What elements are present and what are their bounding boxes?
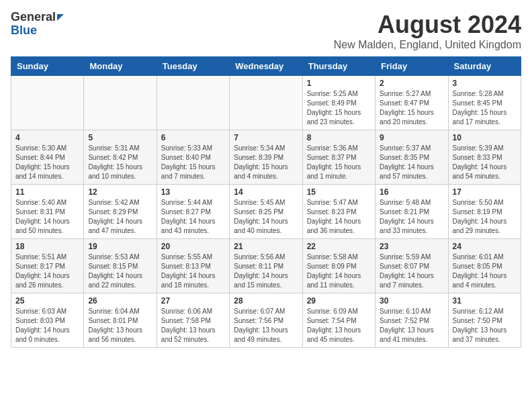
calendar-week-row: 11Sunrise: 5:40 AM Sunset: 8:31 PM Dayli… [11, 185, 521, 239]
page-header: General Blue August 2024 New Malden, Eng… [11, 11, 521, 51]
calendar-cell: 12Sunrise: 5:42 AM Sunset: 8:29 PM Dayli… [84, 185, 157, 239]
day-info: Sunrise: 5:33 AM Sunset: 8:40 PM Dayligh… [161, 144, 225, 181]
calendar-cell: 16Sunrise: 5:48 AM Sunset: 8:21 PM Dayli… [375, 185, 448, 239]
day-number: 29 [307, 296, 371, 306]
day-number: 18 [15, 242, 79, 251]
day-info: Sunrise: 5:28 AM Sunset: 8:45 PM Dayligh… [453, 89, 517, 127]
day-info: Sunrise: 5:31 AM Sunset: 8:42 PM Dayligh… [88, 144, 152, 181]
day-info: Sunrise: 6:01 AM Sunset: 8:05 PM Dayligh… [453, 253, 517, 290]
day-number: 22 [307, 242, 371, 251]
calendar-cell: 6Sunrise: 5:33 AM Sunset: 8:40 PM Daylig… [157, 130, 229, 185]
day-header-monday: Monday [84, 57, 157, 76]
day-number: 3 [453, 79, 517, 88]
calendar-cell: 25Sunrise: 6:03 AM Sunset: 8:03 PM Dayli… [11, 293, 84, 348]
day-number: 20 [161, 242, 225, 251]
day-number: 9 [380, 133, 443, 142]
day-number: 26 [88, 296, 152, 306]
day-number: 11 [15, 187, 79, 197]
day-number: 16 [380, 187, 443, 197]
day-info: Sunrise: 5:59 AM Sunset: 8:07 PM Dayligh… [380, 253, 443, 290]
day-info: Sunrise: 6:06 AM Sunset: 7:58 PM Dayligh… [161, 307, 225, 345]
day-info: Sunrise: 6:03 AM Sunset: 8:03 PM Dayligh… [15, 307, 79, 345]
day-info: Sunrise: 5:34 AM Sunset: 8:39 PM Dayligh… [234, 144, 298, 181]
day-info: Sunrise: 5:53 AM Sunset: 8:15 PM Dayligh… [88, 253, 152, 290]
calendar-cell: 18Sunrise: 5:51 AM Sunset: 8:17 PM Dayli… [11, 239, 84, 293]
calendar-cell: 11Sunrise: 5:40 AM Sunset: 8:31 PM Dayli… [11, 185, 84, 239]
calendar-cell: 22Sunrise: 5:58 AM Sunset: 8:09 PM Dayli… [302, 239, 375, 293]
day-number: 13 [161, 187, 225, 197]
logo: General Blue [11, 11, 64, 38]
day-info: Sunrise: 5:58 AM Sunset: 8:09 PM Dayligh… [307, 253, 371, 290]
day-number: 15 [307, 187, 371, 197]
day-number: 23 [380, 242, 443, 251]
calendar-cell: 30Sunrise: 6:10 AM Sunset: 7:52 PM Dayli… [375, 293, 448, 348]
calendar-week-row: 18Sunrise: 5:51 AM Sunset: 8:17 PM Dayli… [11, 239, 521, 293]
day-number: 8 [307, 133, 371, 142]
day-number: 28 [234, 296, 298, 306]
calendar-cell [11, 76, 84, 130]
day-number: 12 [88, 187, 152, 197]
day-info: Sunrise: 5:44 AM Sunset: 8:27 PM Dayligh… [161, 198, 225, 236]
day-number: 10 [453, 133, 517, 142]
day-info: Sunrise: 6:04 AM Sunset: 8:01 PM Dayligh… [88, 307, 152, 345]
day-info: Sunrise: 6:10 AM Sunset: 7:52 PM Dayligh… [380, 307, 443, 345]
day-number: 6 [161, 133, 225, 142]
calendar-cell: 19Sunrise: 5:53 AM Sunset: 8:15 PM Dayli… [84, 239, 157, 293]
day-info: Sunrise: 5:47 AM Sunset: 8:23 PM Dayligh… [307, 198, 371, 236]
day-info: Sunrise: 5:48 AM Sunset: 8:21 PM Dayligh… [380, 198, 443, 236]
day-info: Sunrise: 5:55 AM Sunset: 8:13 PM Dayligh… [161, 253, 225, 290]
calendar-cell [157, 76, 229, 130]
calendar-cell: 17Sunrise: 5:50 AM Sunset: 8:19 PM Dayli… [448, 185, 521, 239]
day-number: 5 [88, 133, 152, 142]
calendar-cell [230, 76, 302, 130]
day-number: 27 [161, 296, 225, 306]
day-number: 21 [234, 242, 298, 251]
calendar-cell: 27Sunrise: 6:06 AM Sunset: 7:58 PM Dayli… [157, 293, 229, 348]
title-area: August 2024 New Malden, England, United … [334, 11, 521, 51]
calendar-header-row: SundayMondayTuesdayWednesdayThursdayFrid… [11, 57, 521, 76]
day-header-sunday: Sunday [11, 57, 84, 76]
calendar-cell: 4Sunrise: 5:30 AM Sunset: 8:44 PM Daylig… [11, 130, 84, 185]
calendar-week-row: 25Sunrise: 6:03 AM Sunset: 8:03 PM Dayli… [11, 293, 521, 348]
day-info: Sunrise: 5:45 AM Sunset: 8:25 PM Dayligh… [234, 198, 298, 236]
day-info: Sunrise: 5:36 AM Sunset: 8:37 PM Dayligh… [307, 144, 371, 181]
day-info: Sunrise: 5:25 AM Sunset: 8:49 PM Dayligh… [307, 89, 371, 127]
calendar-cell: 24Sunrise: 6:01 AM Sunset: 8:05 PM Dayli… [448, 239, 521, 293]
day-number: 24 [453, 242, 517, 251]
day-number: 7 [234, 133, 298, 142]
day-info: Sunrise: 6:09 AM Sunset: 7:54 PM Dayligh… [307, 307, 371, 345]
calendar-cell: 15Sunrise: 5:47 AM Sunset: 8:23 PM Dayli… [302, 185, 375, 239]
day-info: Sunrise: 6:12 AM Sunset: 7:50 PM Dayligh… [453, 307, 517, 345]
calendar-cell [84, 76, 157, 130]
day-info: Sunrise: 5:40 AM Sunset: 8:31 PM Dayligh… [15, 198, 79, 236]
day-info: Sunrise: 5:56 AM Sunset: 8:11 PM Dayligh… [234, 253, 298, 290]
calendar-cell: 5Sunrise: 5:31 AM Sunset: 8:42 PM Daylig… [84, 130, 157, 185]
calendar-cell: 8Sunrise: 5:36 AM Sunset: 8:37 PM Daylig… [302, 130, 375, 185]
day-number: 17 [453, 187, 517, 197]
calendar-cell: 9Sunrise: 5:37 AM Sunset: 8:35 PM Daylig… [375, 130, 448, 185]
calendar-cell: 20Sunrise: 5:55 AM Sunset: 8:13 PM Dayli… [157, 239, 229, 293]
day-header-thursday: Thursday [302, 57, 375, 76]
day-header-tuesday: Tuesday [157, 57, 229, 76]
day-info: Sunrise: 6:07 AM Sunset: 7:56 PM Dayligh… [234, 307, 298, 345]
calendar-week-row: 4Sunrise: 5:30 AM Sunset: 8:44 PM Daylig… [11, 130, 521, 185]
day-number: 14 [234, 187, 298, 197]
day-header-friday: Friday [375, 57, 448, 76]
day-header-wednesday: Wednesday [230, 57, 302, 76]
calendar-table: SundayMondayTuesdayWednesdayThursdayFrid… [11, 56, 521, 348]
day-number: 4 [15, 133, 79, 142]
day-info: Sunrise: 5:50 AM Sunset: 8:19 PM Dayligh… [453, 198, 517, 236]
calendar-week-row: 1Sunrise: 5:25 AM Sunset: 8:49 PM Daylig… [11, 76, 521, 130]
calendar-cell: 13Sunrise: 5:44 AM Sunset: 8:27 PM Dayli… [157, 185, 229, 239]
calendar-cell: 7Sunrise: 5:34 AM Sunset: 8:39 PM Daylig… [230, 130, 302, 185]
calendar-cell: 14Sunrise: 5:45 AM Sunset: 8:25 PM Dayli… [230, 185, 302, 239]
day-number: 30 [380, 296, 443, 306]
logo-general: General [11, 11, 64, 24]
calendar-cell: 10Sunrise: 5:39 AM Sunset: 8:33 PM Dayli… [448, 130, 521, 185]
calendar-cell: 23Sunrise: 5:59 AM Sunset: 8:07 PM Dayli… [375, 239, 448, 293]
calendar-cell: 1Sunrise: 5:25 AM Sunset: 8:49 PM Daylig… [302, 76, 375, 130]
day-number: 31 [453, 296, 517, 306]
day-info: Sunrise: 5:37 AM Sunset: 8:35 PM Dayligh… [380, 144, 443, 181]
day-info: Sunrise: 5:42 AM Sunset: 8:29 PM Dayligh… [88, 198, 152, 236]
day-number: 2 [380, 79, 443, 88]
